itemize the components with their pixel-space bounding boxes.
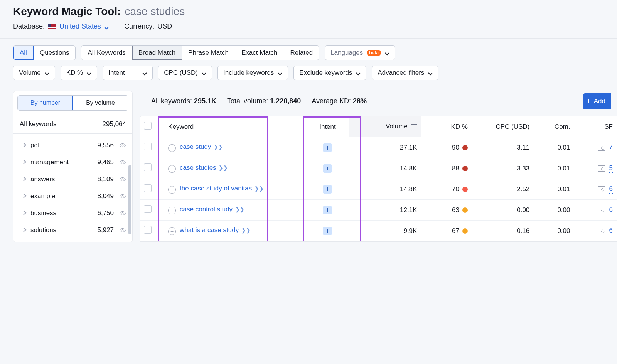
volume-cell: 12.1K <box>349 200 421 221</box>
filter-include-keywords[interactable]: Include keywords <box>217 66 288 80</box>
query-text: case studies <box>125 5 185 18</box>
add-keyword-icon[interactable]: + <box>168 165 176 173</box>
eye-icon[interactable] <box>119 159 126 166</box>
filter-intent[interactable]: Intent <box>103 66 153 80</box>
tab-broad-match[interactable]: Broad Match <box>132 46 182 60</box>
select-all-checkbox[interactable] <box>144 122 152 130</box>
sidebar-group-item[interactable]: pdf 9,556 <box>13 137 132 154</box>
group-count: 9,556 <box>97 142 114 149</box>
keyword-link[interactable]: case studies ❯❯ <box>180 164 228 172</box>
sidebar-group-item[interactable]: answers 8,109 <box>13 171 132 188</box>
sidebar-sort-toggle: By number By volume <box>17 95 128 111</box>
filter-advanced[interactable]: Advanced filters <box>372 66 438 80</box>
tab-exact-match[interactable]: Exact Match <box>235 46 284 60</box>
sf-count[interactable]: 6 <box>609 227 613 235</box>
toggle-by-volume[interactable]: By volume <box>73 96 128 110</box>
add-keyword-icon[interactable]: + <box>168 144 176 152</box>
volume-cell: 9.9K <box>349 221 421 241</box>
plus-icon: + <box>587 97 591 105</box>
add-to-list-button[interactable]: + Add <box>583 93 611 109</box>
svg-point-0 <box>122 145 123 146</box>
row-checkbox[interactable] <box>144 205 152 213</box>
keywords-table: Keyword Intent Volume KD % CPC (USD) Com… <box>140 116 617 241</box>
keyword-link[interactable]: the case study of vanitas ❯❯ <box>180 185 264 192</box>
filter-kd[interactable]: KD % <box>61 66 97 80</box>
serp-features-icon[interactable] <box>598 186 605 192</box>
chevron-right-icon <box>23 226 27 234</box>
filter-exclude-keywords[interactable]: Exclude keywords <box>293 66 366 80</box>
add-keyword-icon[interactable]: + <box>168 186 176 194</box>
eye-icon[interactable] <box>119 176 126 183</box>
volume-cell: 14.8K <box>349 179 421 200</box>
svg-point-5 <box>122 229 123 231</box>
filter-volume[interactable]: Volume <box>13 66 55 80</box>
sidebar-group-item[interactable]: management 9,465 <box>13 154 132 171</box>
col-volume[interactable]: Volume <box>349 116 421 137</box>
col-com[interactable]: Com. <box>533 116 574 137</box>
com-cell: 0.01 <box>533 179 574 200</box>
double-chevron-icon: ❯❯ <box>214 144 223 150</box>
eye-icon[interactable] <box>119 193 126 200</box>
chevron-down-icon <box>142 71 147 75</box>
chevron-down-icon <box>385 51 389 55</box>
col-sf[interactable]: SF <box>574 116 617 137</box>
serp-features-icon[interactable] <box>598 165 605 172</box>
eye-icon[interactable] <box>119 227 126 234</box>
eye-icon[interactable] <box>119 142 126 149</box>
serp-features-icon[interactable] <box>598 207 605 213</box>
tab-related[interactable]: Related <box>284 46 319 60</box>
chevron-right-icon <box>23 142 27 149</box>
filter-cpc[interactable]: CPC (USD) <box>158 66 212 80</box>
sidebar-group-item[interactable]: business 6,750 <box>13 205 132 222</box>
tab-all[interactable]: All <box>13 46 34 60</box>
cpc-cell: 2.52 <box>472 179 533 200</box>
keyword-link[interactable]: what is a case study ❯❯ <box>180 226 251 234</box>
serp-features-icon[interactable] <box>598 145 605 151</box>
sidebar-all-keywords[interactable]: All keywords 295,064 <box>13 115 132 134</box>
sf-count[interactable]: 6 <box>609 185 613 194</box>
add-keyword-icon[interactable]: + <box>168 207 176 214</box>
languages-dropdown[interactable]: Languages beta <box>325 46 395 60</box>
row-checkbox[interactable] <box>144 163 152 171</box>
database-selector[interactable]: Database: United States <box>13 22 109 30</box>
serp-features-icon[interactable] <box>598 228 605 234</box>
chevron-right-icon <box>23 158 27 166</box>
sf-count[interactable]: 6 <box>609 206 613 214</box>
col-kd[interactable]: KD % <box>421 116 471 137</box>
cpc-cell: 0.16 <box>472 221 533 241</box>
volume-cell: 27.1K <box>349 137 421 158</box>
table-row: + case study ❯❯ I 27.1K 90 3.11 0.01 7 <box>140 137 617 158</box>
com-cell: 0.00 <box>533 221 574 241</box>
sidebar-group-item[interactable]: solutions 5,927 <box>13 222 132 239</box>
keyword-link[interactable]: case study ❯❯ <box>180 143 223 151</box>
page-header: Keyword Magic Tool: case studies Databas… <box>0 0 617 38</box>
keywords-table-wrap: Keyword Intent Volume KD % CPC (USD) Com… <box>140 116 617 242</box>
chevron-down-icon <box>202 71 206 75</box>
row-checkbox[interactable] <box>144 143 152 150</box>
keyword-link[interactable]: case control study ❯❯ <box>180 206 244 213</box>
sf-count[interactable]: 5 <box>609 164 613 173</box>
sidebar-scrollbar[interactable] <box>128 116 131 239</box>
add-keyword-icon[interactable]: + <box>168 228 176 235</box>
tab-phrase-match[interactable]: Phrase Match <box>182 46 235 60</box>
sidebar-group-item[interactable]: example 8,049 <box>13 188 132 205</box>
cpc-cell: 3.11 <box>472 137 533 158</box>
scope-segment: All Questions <box>13 46 76 60</box>
col-keyword[interactable]: Keyword <box>164 116 306 137</box>
sf-count[interactable]: 7 <box>609 143 613 152</box>
col-intent[interactable]: Intent <box>306 116 349 137</box>
col-cpc[interactable]: CPC (USD) <box>472 116 533 137</box>
group-count: 5,927 <box>97 226 114 234</box>
intent-badge: I <box>323 206 332 214</box>
cpc-cell: 3.33 <box>472 158 533 179</box>
tab-questions[interactable]: Questions <box>34 46 76 60</box>
tab-all-keywords[interactable]: All Keywords <box>81 46 132 60</box>
row-checkbox[interactable] <box>144 184 152 192</box>
row-checkbox[interactable] <box>144 226 152 234</box>
group-count: 8,049 <box>97 192 114 200</box>
eye-icon[interactable] <box>119 210 126 217</box>
toggle-by-number[interactable]: By number <box>18 96 73 110</box>
kd-cell: 90 <box>425 144 467 152</box>
com-cell: 0.01 <box>533 137 574 158</box>
sort-desc-icon <box>411 123 417 131</box>
